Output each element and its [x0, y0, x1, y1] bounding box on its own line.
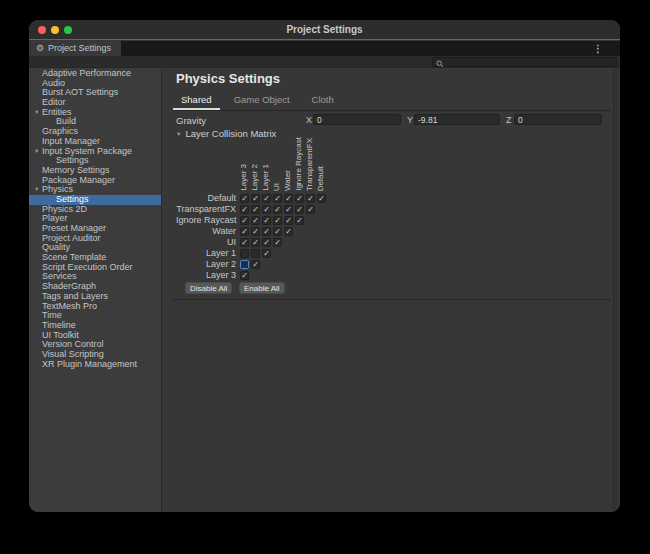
sidebar-item-physics[interactable]: ▼Physics — [29, 185, 161, 195]
collision-checkbox[interactable] — [240, 260, 249, 269]
collision-checkbox[interactable]: ✓ — [273, 205, 282, 214]
collision-checkbox[interactable]: ✓ — [240, 205, 249, 214]
collision-checkbox[interactable]: ✓ — [262, 238, 271, 247]
matrix-row-default: Default✓✓✓✓✓✓✓✓ — [176, 193, 611, 204]
collision-checkbox[interactable]: ✓ — [317, 194, 326, 203]
collision-checkbox[interactable]: ✓ — [251, 238, 260, 247]
sidebar-item-label: Editor — [42, 97, 66, 107]
sidebar-item-input-system-package[interactable]: ▼Input System Package — [29, 147, 161, 157]
matrix-row-label: UI — [176, 237, 236, 248]
collision-checkbox[interactable]: ✓ — [306, 194, 315, 203]
sidebar-item-label: Entities — [42, 107, 72, 117]
search-field[interactable] — [432, 57, 617, 67]
sidebar-item-label: Input System Package — [42, 146, 132, 156]
collision-checkbox[interactable]: ✓ — [240, 194, 249, 203]
collision-checkbox[interactable]: ✓ — [251, 227, 260, 236]
sidebar-item-label: Project Auditor — [42, 233, 101, 243]
tab-cloth[interactable]: Cloth — [304, 92, 342, 110]
minimize-button[interactable] — [51, 26, 59, 34]
collision-checkbox[interactable] — [251, 249, 260, 258]
collision-checkbox[interactable]: ✓ — [240, 216, 249, 225]
collision-checkbox[interactable]: ✓ — [251, 205, 260, 214]
collision-checkbox[interactable]: ✓ — [284, 194, 293, 203]
matrix-column-label: Water — [283, 170, 293, 191]
matrix-cells: ✓✓✓✓✓✓✓ — [240, 205, 315, 214]
matrix-row-transparentfx: TransparentFX✓✓✓✓✓✓✓ — [176, 204, 611, 215]
collision-checkbox[interactable]: ✓ — [295, 205, 304, 214]
gravity-z-label: Z — [506, 115, 512, 125]
foldout-triangle-icon[interactable]: ▼ — [34, 108, 39, 118]
gravity-z-input[interactable] — [514, 114, 602, 125]
collision-checkbox[interactable]: ✓ — [262, 205, 271, 214]
collision-checkbox[interactable]: ✓ — [262, 216, 271, 225]
search-icon — [436, 60, 444, 68]
collision-checkbox[interactable]: ✓ — [273, 238, 282, 247]
layer-collision-matrix-foldout[interactable]: ▼Layer Collision Matrix — [176, 128, 276, 139]
matrix-row-water: Water✓✓✓✓✓ — [176, 226, 611, 237]
tab-game-object[interactable]: Game Object — [226, 92, 298, 110]
tab-shared[interactable]: Shared — [173, 92, 220, 110]
matrix-row-label: Default — [176, 193, 236, 204]
foldout-triangle-icon[interactable]: ▼ — [34, 185, 39, 195]
sidebar-item-label: Player — [42, 213, 68, 223]
title-bar: Project Settings — [29, 20, 620, 40]
collision-checkbox[interactable]: ✓ — [240, 271, 249, 280]
enable-all-button[interactable]: Enable All — [239, 282, 285, 294]
sidebar-item-label: Input Manager — [42, 136, 100, 146]
tab-project-settings[interactable]: ⚙Project Settings — [29, 41, 121, 56]
sidebar-item-entities[interactable]: ▼Entities — [29, 108, 161, 118]
collision-checkbox[interactable]: ✓ — [284, 216, 293, 225]
collision-checkbox[interactable]: ✓ — [251, 260, 260, 269]
collision-checkbox[interactable] — [240, 249, 249, 258]
sidebar-item-label: Physics — [42, 184, 73, 194]
matrix-row-layer-1: Layer 1✓ — [176, 248, 611, 259]
collision-checkbox[interactable]: ✓ — [273, 194, 282, 203]
sidebar-item-label: Script Execution Order — [42, 262, 133, 272]
collision-checkbox[interactable]: ✓ — [284, 227, 293, 236]
collision-checkbox[interactable]: ✓ — [295, 216, 304, 225]
matrix-row-layer-3: Layer 3✓ — [176, 270, 611, 281]
search-input[interactable] — [446, 58, 614, 66]
maximize-button[interactable] — [64, 26, 72, 34]
collision-checkbox[interactable]: ✓ — [262, 227, 271, 236]
matrix-cells: ✓✓✓✓✓ — [240, 227, 293, 236]
sidebar-item-label: Settings — [56, 194, 89, 204]
gravity-y-label: Y — [407, 115, 413, 125]
kebab-menu-icon[interactable]: ⋮ — [593, 41, 603, 56]
shared-settings-pane: Gravity X Y Z ▼Layer Collision Matrix La… — [172, 110, 611, 300]
sidebar-item-label: UI Toolkit — [42, 330, 79, 340]
collision-checkbox[interactable]: ✓ — [251, 194, 260, 203]
matrix-cells: ✓ — [240, 260, 260, 269]
collision-checkbox[interactable]: ✓ — [306, 205, 315, 214]
collision-checkbox[interactable]: ✓ — [273, 227, 282, 236]
collision-checkbox[interactable]: ✓ — [262, 194, 271, 203]
gravity-y-input[interactable] — [414, 114, 500, 125]
collision-checkbox[interactable]: ✓ — [262, 249, 271, 258]
sidebar-item-xr-plugin-management[interactable]: XR Plugin Management — [29, 360, 161, 370]
sidebar-item-label: Preset Manager — [42, 223, 106, 233]
sidebar-item-label: Settings — [56, 155, 89, 165]
disable-all-button[interactable]: Disable All — [185, 282, 232, 294]
foldout-triangle-icon[interactable]: ▼ — [34, 147, 39, 157]
matrix-column-label: Layer 1 — [261, 164, 271, 191]
collision-checkbox[interactable]: ✓ — [273, 216, 282, 225]
collision-checkbox[interactable]: ✓ — [284, 205, 293, 214]
collision-checkbox[interactable]: ✓ — [295, 194, 304, 203]
collision-checkbox[interactable]: ✓ — [240, 227, 249, 236]
sidebar: Adaptive PerformanceAudioBurst AOT Setti… — [29, 68, 161, 512]
close-button[interactable] — [38, 26, 46, 34]
sidebar-item-label: Version Control — [42, 339, 104, 349]
matrix-row-label: Layer 1 — [176, 248, 236, 259]
matrix-column-label: Layer 3 — [239, 164, 249, 191]
sidebar-item-label: Visual Scripting — [42, 349, 104, 359]
sidebar-item-label: Memory Settings — [42, 165, 110, 175]
vertical-scrollbar[interactable] — [613, 68, 618, 512]
matrix-row-label: Layer 3 — [176, 270, 236, 281]
collision-checkbox[interactable]: ✓ — [240, 238, 249, 247]
sidebar-item-label: Audio — [42, 78, 65, 88]
matrix-row-ui: UI✓✓✓✓ — [176, 237, 611, 248]
gravity-x-input[interactable] — [313, 114, 401, 125]
window-title: Project Settings — [29, 20, 620, 40]
collision-checkbox[interactable]: ✓ — [251, 216, 260, 225]
matrix-row-label: TransparentFX — [176, 204, 236, 215]
